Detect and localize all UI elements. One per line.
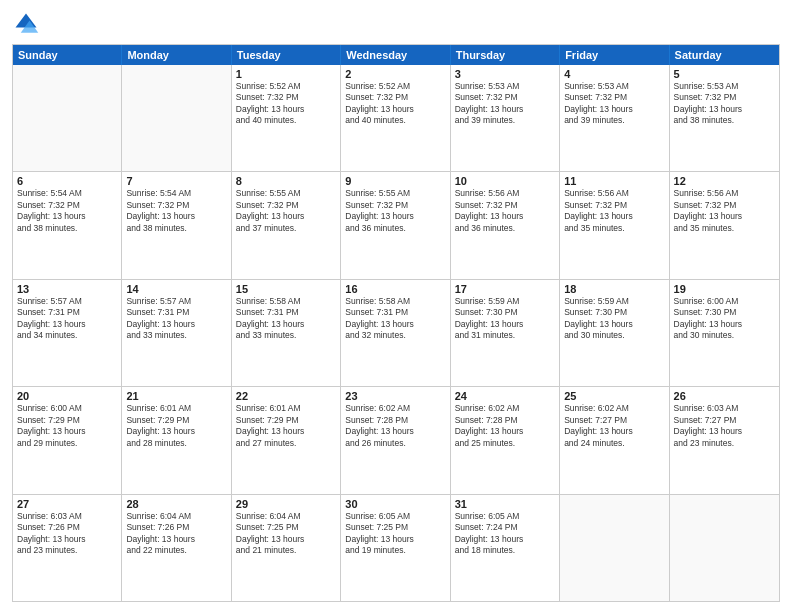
day-number: 9	[345, 175, 445, 187]
calendar-body: 1Sunrise: 5:52 AM Sunset: 7:32 PM Daylig…	[13, 65, 779, 601]
calendar-cell: 20Sunrise: 6:00 AM Sunset: 7:29 PM Dayli…	[13, 387, 122, 493]
calendar-header-cell: Monday	[122, 45, 231, 65]
calendar-cell	[13, 65, 122, 171]
calendar-cell: 2Sunrise: 5:52 AM Sunset: 7:32 PM Daylig…	[341, 65, 450, 171]
day-number: 23	[345, 390, 445, 402]
day-number: 16	[345, 283, 445, 295]
page-header	[12, 10, 780, 38]
calendar-cell: 18Sunrise: 5:59 AM Sunset: 7:30 PM Dayli…	[560, 280, 669, 386]
day-content: Sunrise: 6:01 AM Sunset: 7:29 PM Dayligh…	[236, 403, 336, 449]
day-content: Sunrise: 6:05 AM Sunset: 7:24 PM Dayligh…	[455, 511, 555, 557]
calendar-cell: 9Sunrise: 5:55 AM Sunset: 7:32 PM Daylig…	[341, 172, 450, 278]
day-number: 3	[455, 68, 555, 80]
day-number: 22	[236, 390, 336, 402]
day-number: 11	[564, 175, 664, 187]
calendar-row: 13Sunrise: 5:57 AM Sunset: 7:31 PM Dayli…	[13, 279, 779, 386]
day-number: 14	[126, 283, 226, 295]
day-number: 4	[564, 68, 664, 80]
calendar-row: 6Sunrise: 5:54 AM Sunset: 7:32 PM Daylig…	[13, 171, 779, 278]
day-number: 25	[564, 390, 664, 402]
day-content: Sunrise: 6:02 AM Sunset: 7:28 PM Dayligh…	[455, 403, 555, 449]
day-content: Sunrise: 6:01 AM Sunset: 7:29 PM Dayligh…	[126, 403, 226, 449]
calendar-row: 27Sunrise: 6:03 AM Sunset: 7:26 PM Dayli…	[13, 494, 779, 601]
calendar-cell: 30Sunrise: 6:05 AM Sunset: 7:25 PM Dayli…	[341, 495, 450, 601]
logo-icon	[12, 10, 40, 38]
calendar-cell: 15Sunrise: 5:58 AM Sunset: 7:31 PM Dayli…	[232, 280, 341, 386]
calendar-cell: 19Sunrise: 6:00 AM Sunset: 7:30 PM Dayli…	[670, 280, 779, 386]
calendar-row: 1Sunrise: 5:52 AM Sunset: 7:32 PM Daylig…	[13, 65, 779, 171]
day-content: Sunrise: 6:05 AM Sunset: 7:25 PM Dayligh…	[345, 511, 445, 557]
day-content: Sunrise: 5:58 AM Sunset: 7:31 PM Dayligh…	[236, 296, 336, 342]
calendar-cell: 13Sunrise: 5:57 AM Sunset: 7:31 PM Dayli…	[13, 280, 122, 386]
day-content: Sunrise: 5:53 AM Sunset: 7:32 PM Dayligh…	[455, 81, 555, 127]
day-number: 10	[455, 175, 555, 187]
day-content: Sunrise: 5:59 AM Sunset: 7:30 PM Dayligh…	[455, 296, 555, 342]
calendar-header-cell: Friday	[560, 45, 669, 65]
calendar-header-cell: Thursday	[451, 45, 560, 65]
calendar-cell: 16Sunrise: 5:58 AM Sunset: 7:31 PM Dayli…	[341, 280, 450, 386]
day-number: 7	[126, 175, 226, 187]
calendar-cell: 29Sunrise: 6:04 AM Sunset: 7:25 PM Dayli…	[232, 495, 341, 601]
calendar-cell	[122, 65, 231, 171]
day-number: 6	[17, 175, 117, 187]
calendar-cell: 31Sunrise: 6:05 AM Sunset: 7:24 PM Dayli…	[451, 495, 560, 601]
day-content: Sunrise: 5:56 AM Sunset: 7:32 PM Dayligh…	[674, 188, 775, 234]
calendar-cell: 27Sunrise: 6:03 AM Sunset: 7:26 PM Dayli…	[13, 495, 122, 601]
day-content: Sunrise: 6:00 AM Sunset: 7:30 PM Dayligh…	[674, 296, 775, 342]
day-content: Sunrise: 5:53 AM Sunset: 7:32 PM Dayligh…	[674, 81, 775, 127]
calendar-cell: 17Sunrise: 5:59 AM Sunset: 7:30 PM Dayli…	[451, 280, 560, 386]
calendar-header-cell: Tuesday	[232, 45, 341, 65]
calendar-cell: 10Sunrise: 5:56 AM Sunset: 7:32 PM Dayli…	[451, 172, 560, 278]
calendar-row: 20Sunrise: 6:00 AM Sunset: 7:29 PM Dayli…	[13, 386, 779, 493]
calendar-cell: 22Sunrise: 6:01 AM Sunset: 7:29 PM Dayli…	[232, 387, 341, 493]
day-number: 1	[236, 68, 336, 80]
day-content: Sunrise: 5:58 AM Sunset: 7:31 PM Dayligh…	[345, 296, 445, 342]
day-number: 18	[564, 283, 664, 295]
day-number: 8	[236, 175, 336, 187]
calendar-cell	[670, 495, 779, 601]
calendar-cell: 4Sunrise: 5:53 AM Sunset: 7:32 PM Daylig…	[560, 65, 669, 171]
day-content: Sunrise: 6:03 AM Sunset: 7:27 PM Dayligh…	[674, 403, 775, 449]
day-content: Sunrise: 6:02 AM Sunset: 7:28 PM Dayligh…	[345, 403, 445, 449]
calendar-cell: 24Sunrise: 6:02 AM Sunset: 7:28 PM Dayli…	[451, 387, 560, 493]
day-content: Sunrise: 5:56 AM Sunset: 7:32 PM Dayligh…	[455, 188, 555, 234]
day-number: 2	[345, 68, 445, 80]
calendar-cell: 3Sunrise: 5:53 AM Sunset: 7:32 PM Daylig…	[451, 65, 560, 171]
day-number: 12	[674, 175, 775, 187]
calendar-cell: 11Sunrise: 5:56 AM Sunset: 7:32 PM Dayli…	[560, 172, 669, 278]
calendar-cell: 25Sunrise: 6:02 AM Sunset: 7:27 PM Dayli…	[560, 387, 669, 493]
calendar-cell	[560, 495, 669, 601]
calendar-cell: 6Sunrise: 5:54 AM Sunset: 7:32 PM Daylig…	[13, 172, 122, 278]
calendar-header-cell: Saturday	[670, 45, 779, 65]
calendar-cell: 5Sunrise: 5:53 AM Sunset: 7:32 PM Daylig…	[670, 65, 779, 171]
day-content: Sunrise: 5:57 AM Sunset: 7:31 PM Dayligh…	[126, 296, 226, 342]
day-content: Sunrise: 5:55 AM Sunset: 7:32 PM Dayligh…	[236, 188, 336, 234]
page-container: SundayMondayTuesdayWednesdayThursdayFrid…	[0, 0, 792, 612]
day-content: Sunrise: 6:04 AM Sunset: 7:25 PM Dayligh…	[236, 511, 336, 557]
calendar-header: SundayMondayTuesdayWednesdayThursdayFrid…	[13, 45, 779, 65]
day-content: Sunrise: 5:52 AM Sunset: 7:32 PM Dayligh…	[236, 81, 336, 127]
day-content: Sunrise: 5:54 AM Sunset: 7:32 PM Dayligh…	[17, 188, 117, 234]
day-number: 30	[345, 498, 445, 510]
day-content: Sunrise: 5:53 AM Sunset: 7:32 PM Dayligh…	[564, 81, 664, 127]
day-number: 28	[126, 498, 226, 510]
calendar-cell: 1Sunrise: 5:52 AM Sunset: 7:32 PM Daylig…	[232, 65, 341, 171]
day-content: Sunrise: 6:00 AM Sunset: 7:29 PM Dayligh…	[17, 403, 117, 449]
day-content: Sunrise: 5:52 AM Sunset: 7:32 PM Dayligh…	[345, 81, 445, 127]
day-number: 20	[17, 390, 117, 402]
calendar-cell: 21Sunrise: 6:01 AM Sunset: 7:29 PM Dayli…	[122, 387, 231, 493]
day-number: 17	[455, 283, 555, 295]
calendar-cell: 28Sunrise: 6:04 AM Sunset: 7:26 PM Dayli…	[122, 495, 231, 601]
day-content: Sunrise: 5:54 AM Sunset: 7:32 PM Dayligh…	[126, 188, 226, 234]
calendar-cell: 14Sunrise: 5:57 AM Sunset: 7:31 PM Dayli…	[122, 280, 231, 386]
day-content: Sunrise: 6:03 AM Sunset: 7:26 PM Dayligh…	[17, 511, 117, 557]
calendar-header-cell: Sunday	[13, 45, 122, 65]
day-number: 29	[236, 498, 336, 510]
day-number: 31	[455, 498, 555, 510]
day-number: 15	[236, 283, 336, 295]
day-number: 27	[17, 498, 117, 510]
day-number: 24	[455, 390, 555, 402]
day-content: Sunrise: 5:57 AM Sunset: 7:31 PM Dayligh…	[17, 296, 117, 342]
logo	[12, 10, 44, 38]
day-number: 5	[674, 68, 775, 80]
